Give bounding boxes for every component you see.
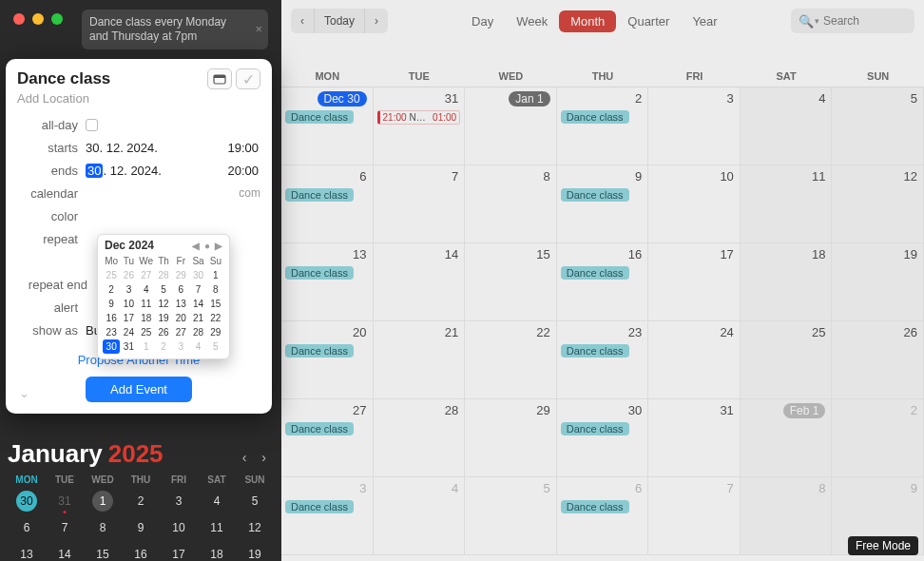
- mini-day[interactable]: 1: [84, 491, 122, 512]
- day-cell[interactable]: 23Dance class: [557, 321, 649, 399]
- dp-day[interactable]: 3: [120, 282, 137, 297]
- view-day[interactable]: Day: [460, 10, 505, 32]
- mini-day[interactable]: 14: [46, 544, 84, 561]
- mini-day[interactable]: 5: [236, 491, 274, 512]
- natural-language-input[interactable]: Dance class every Monday and Thursday at…: [82, 10, 268, 49]
- prev-period-button[interactable]: ‹: [291, 9, 314, 33]
- day-cell[interactable]: 15: [465, 243, 557, 321]
- dp-day[interactable]: 9: [103, 297, 120, 311]
- mini-prev-icon[interactable]: ‹: [242, 450, 247, 465]
- dp-day[interactable]: 21: [189, 311, 206, 325]
- day-cell[interactable]: 31: [648, 399, 741, 477]
- day-cell[interactable]: 24: [648, 321, 741, 399]
- dp-day[interactable]: 22: [207, 311, 224, 325]
- search-chevron-icon[interactable]: ▾: [815, 16, 819, 26]
- day-cell[interactable]: Dec 30Dance class: [281, 87, 374, 165]
- event-chip[interactable]: Dance class: [561, 422, 629, 435]
- event-chip[interactable]: Dance class: [561, 500, 629, 513]
- window-controls[interactable]: [13, 13, 63, 25]
- dp-day[interactable]: 10: [120, 297, 137, 311]
- search-input[interactable]: [823, 14, 907, 28]
- day-cell[interactable]: 8: [741, 477, 833, 555]
- mini-day[interactable]: 4: [198, 491, 236, 512]
- mini-day[interactable]: 8: [84, 517, 122, 538]
- day-cell[interactable]: 8: [465, 165, 557, 243]
- mini-day[interactable]: 9: [122, 517, 160, 538]
- event-chip[interactable]: Dance class: [285, 110, 354, 124]
- mini-day[interactable]: 18: [198, 544, 236, 561]
- free-mode-badge[interactable]: Free Mode: [848, 536, 918, 555]
- dp-day[interactable]: 14: [189, 297, 206, 311]
- view-week[interactable]: Week: [505, 10, 559, 32]
- dp-day[interactable]: 18: [138, 311, 155, 325]
- dp-day[interactable]: 25: [103, 268, 120, 282]
- day-cell[interactable]: 5: [832, 87, 924, 165]
- add-event-button[interactable]: Add Event: [86, 377, 192, 402]
- event-chip[interactable]: Dance class: [285, 344, 354, 358]
- day-cell[interactable]: Feb 1: [741, 399, 833, 477]
- day-cell[interactable]: 3121:00New Year's Eve P…01:00: [374, 87, 466, 165]
- event-chip[interactable]: Dance class: [285, 422, 354, 435]
- day-cell[interactable]: 21: [374, 321, 466, 399]
- mini-day[interactable]: 11: [198, 517, 236, 538]
- day-cell[interactable]: 19: [832, 243, 924, 321]
- allday-checkbox[interactable]: [86, 119, 98, 131]
- mini-day[interactable]: 7: [46, 517, 84, 538]
- dp-day[interactable]: 3: [172, 339, 189, 354]
- minimize-window-icon[interactable]: [32, 13, 44, 25]
- day-cell[interactable]: 7: [648, 477, 741, 555]
- event-chip[interactable]: Dance class: [561, 344, 629, 358]
- day-cell[interactable]: 6Dance class: [281, 165, 374, 243]
- mini-day[interactable]: 3: [160, 491, 198, 512]
- dp-day[interactable]: 4: [189, 339, 206, 354]
- dp-today-icon[interactable]: ●: [204, 241, 210, 251]
- dp-day[interactable]: 27: [138, 268, 155, 282]
- mini-day[interactable]: 2: [122, 491, 160, 512]
- dp-day[interactable]: 24: [120, 325, 137, 339]
- event-chip[interactable]: Dance class: [285, 500, 354, 513]
- ends-day-segment[interactable]: 30: [86, 164, 103, 178]
- dp-day[interactable]: 6: [172, 282, 189, 297]
- event-chip[interactable]: Dance class: [561, 110, 629, 124]
- day-cell[interactable]: 14: [374, 243, 466, 321]
- starts-time[interactable]: 19:00: [227, 141, 260, 155]
- dp-day[interactable]: 5: [207, 339, 224, 354]
- mini-next-icon[interactable]: ›: [261, 450, 266, 465]
- dp-day[interactable]: 11: [138, 297, 155, 311]
- dp-day[interactable]: 17: [120, 311, 137, 325]
- mini-day[interactable]: 15: [84, 544, 122, 561]
- day-cell[interactable]: 30Dance class: [557, 399, 649, 477]
- dp-day[interactable]: 2: [103, 282, 120, 297]
- day-cell[interactable]: 26: [832, 321, 924, 399]
- day-cell[interactable]: 4: [374, 477, 466, 555]
- mini-day[interactable]: 12: [236, 517, 274, 538]
- dp-next-icon[interactable]: ▶: [215, 241, 222, 251]
- day-cell[interactable]: 11: [741, 165, 833, 243]
- dp-day[interactable]: 26: [155, 325, 172, 339]
- dp-day[interactable]: 27: [172, 325, 189, 339]
- ends-date[interactable]: 30. 12. 2024.: [86, 164, 162, 178]
- day-cell[interactable]: 25: [741, 321, 833, 399]
- event-title[interactable]: Dance class: [17, 69, 203, 88]
- day-cell[interactable]: 22: [465, 321, 557, 399]
- mini-day[interactable]: 19: [236, 544, 274, 561]
- day-cell[interactable]: 18: [741, 243, 833, 321]
- event-chip[interactable]: Dance class: [561, 188, 629, 202]
- day-cell[interactable]: 12: [832, 165, 924, 243]
- mini-day[interactable]: 16: [122, 544, 160, 561]
- day-cell[interactable]: 17: [648, 243, 741, 321]
- event-chip[interactable]: Dance class: [561, 266, 629, 280]
- dp-day[interactable]: 1: [138, 339, 155, 354]
- day-cell[interactable]: 4: [741, 87, 833, 165]
- day-cell[interactable]: 6Dance class: [557, 477, 649, 555]
- dp-day[interactable]: 7: [189, 282, 206, 297]
- dp-day[interactable]: 12: [155, 297, 172, 311]
- dp-day[interactable]: 13: [172, 297, 189, 311]
- day-cell[interactable]: 28: [374, 399, 466, 477]
- day-cell[interactable]: 9Dance class: [557, 165, 649, 243]
- add-location[interactable]: Add Location: [17, 91, 260, 106]
- day-cell[interactable]: 13Dance class: [281, 243, 374, 321]
- fullscreen-window-icon[interactable]: [51, 13, 63, 25]
- calendar-icon-button[interactable]: [207, 68, 232, 89]
- clear-input-icon[interactable]: ×: [255, 22, 262, 37]
